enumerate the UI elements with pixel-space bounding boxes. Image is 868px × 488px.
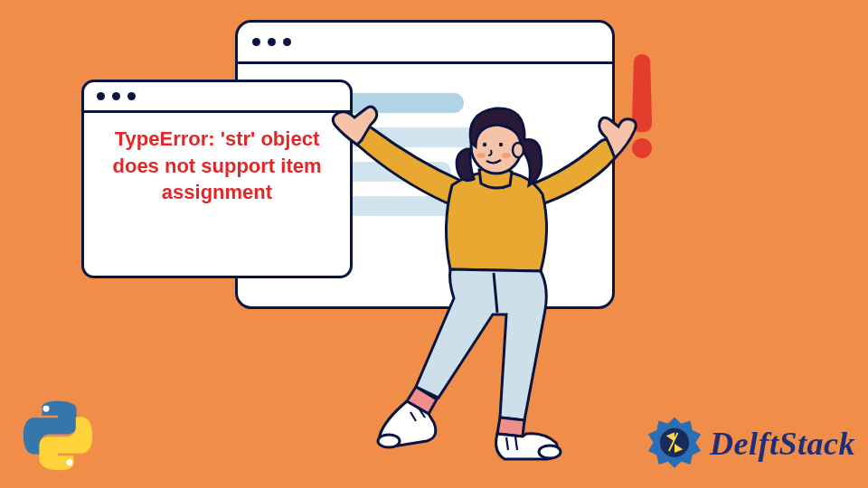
window-dot-icon <box>252 38 260 46</box>
brand-logo: DelftStack <box>646 416 855 472</box>
window-controls <box>252 38 291 46</box>
window-dot-icon <box>127 92 136 100</box>
brand-name: DelftStack <box>710 425 855 463</box>
window-dot-icon <box>112 92 120 100</box>
window-titlebar <box>84 82 350 113</box>
window-titlebar <box>238 23 612 64</box>
svg-point-4 <box>476 153 486 158</box>
svg-point-7 <box>539 446 561 458</box>
svg-point-2 <box>483 143 486 146</box>
svg-point-9 <box>67 459 73 465</box>
svg-point-6 <box>378 435 400 447</box>
window-dot-icon <box>97 92 105 100</box>
python-logo-icon <box>20 398 96 474</box>
window-controls <box>97 92 136 100</box>
svg-point-8 <box>43 406 50 412</box>
window-dot-icon <box>283 38 291 46</box>
error-message: TypeError: 'str' object does not support… <box>84 113 350 219</box>
svg-point-1 <box>513 143 524 157</box>
window-dot-icon <box>268 38 276 46</box>
svg-point-5 <box>502 153 511 158</box>
svg-point-11 <box>660 428 689 457</box>
person-illustration <box>316 63 696 461</box>
error-window: TypeError: 'str' object does not support… <box>81 80 353 278</box>
delftstack-badge-icon <box>646 416 703 472</box>
svg-point-3 <box>499 143 503 146</box>
